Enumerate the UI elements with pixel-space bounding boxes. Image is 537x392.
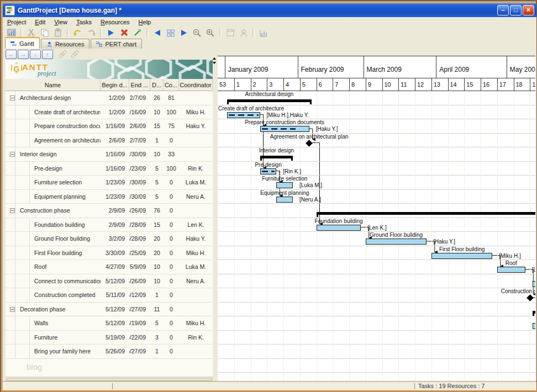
title-bar: GanttProject [Demo house.gan] * – □ ×	[3, 3, 536, 17]
table-row[interactable]: Create draft of architecture1/2/091/16/0…	[6, 105, 213, 120]
gantt-bar[interactable]	[497, 267, 525, 273]
table-row[interactable]: Construction phase2/9/095/26/09760	[6, 204, 213, 218]
menu-tasks[interactable]: Tasks	[72, 18, 96, 26]
calendar-button[interactable]	[224, 27, 237, 38]
table-row[interactable]: Furniture5/19/095/22/0930Rin K.	[6, 331, 213, 345]
summary-end-tooth	[227, 99, 229, 104]
undo-icon	[72, 28, 83, 38]
table-row[interactable]: Walls5/12/095/19/0950Miku H.	[6, 316, 213, 331]
gantt-bar[interactable]	[227, 112, 260, 118]
gantt-bar[interactable]	[366, 239, 427, 245]
table-row[interactable]: Foundation building2/9/092/28/09150Len K…	[6, 218, 213, 232]
redo-button[interactable]	[85, 27, 98, 38]
gantt-bar[interactable]	[317, 225, 361, 231]
table-row[interactable]: Prepare construction documents1/16/092/6…	[6, 119, 213, 134]
resource-label: [Luka M.]	[532, 267, 535, 273]
progress-cell: 0	[164, 303, 179, 316]
progress-cell: 0	[164, 260, 179, 274]
column-header-1[interactable]: Begin d...	[101, 79, 129, 91]
end-date-cell: 1/30/09	[129, 176, 150, 189]
table-row[interactable]: Roof4/27/095/9/09100Luka M.	[6, 260, 213, 274]
column-header-4[interactable]: Co...	[164, 79, 179, 91]
coordinator-cell	[179, 134, 213, 147]
column-header-5[interactable]: Coordinator	[179, 79, 213, 91]
logo-subtitle: project	[38, 70, 56, 78]
minimize-button[interactable]: –	[497, 5, 509, 15]
table-row[interactable]: Equipment planning1/23/091/30/0950Neru A…	[6, 190, 213, 204]
table-row[interactable]: Agreement on architectural plan2/6/092/7…	[6, 134, 213, 148]
zoom-out-button[interactable]	[191, 27, 204, 38]
duration-cell: 76	[150, 204, 164, 218]
status-resources-count: Resources : 7	[448, 383, 485, 389]
table-row[interactable]: Furniture selection1/23/091/30/0950Luka …	[6, 176, 213, 190]
column-header-0[interactable]: Name	[6, 79, 101, 91]
gantt-bar[interactable]	[431, 253, 493, 259]
move-down-button[interactable]: ↓	[30, 50, 41, 59]
end-date-cell: 5/26/09	[129, 274, 150, 288]
close-button[interactable]: ×	[523, 5, 534, 15]
cut-icon	[26, 28, 37, 38]
chart-button[interactable]	[5, 27, 18, 38]
menu-project[interactable]: Project	[3, 18, 30, 26]
table-row[interactable]: Pre-design1/16/091/23/095100Rin K.	[6, 162, 213, 176]
gantt-bar[interactable]	[276, 197, 293, 203]
resource-label: [Rin K.]	[283, 168, 301, 174]
progress-cell: 0	[164, 176, 179, 189]
delete-task-button[interactable]	[118, 27, 131, 38]
summary-bar[interactable]	[533, 311, 536, 314]
grid-week-line	[431, 91, 432, 381]
menu-view[interactable]: View	[50, 18, 72, 26]
scrollbar-thumb[interactable]	[7, 378, 212, 381]
grid-button[interactable]	[164, 27, 177, 38]
tab-pert-chart[interactable]: PERT chart	[91, 39, 141, 49]
gantt-bar[interactable]	[260, 168, 277, 174]
gantt-bar[interactable]	[276, 182, 293, 188]
indent-arrow-button[interactable]	[104, 27, 118, 38]
tab-gantt[interactable]: Gantt	[5, 37, 40, 49]
scroll-right-icon	[178, 28, 189, 38]
menu-help[interactable]: Help	[134, 18, 156, 26]
summary-bar[interactable]	[317, 212, 536, 215]
table-row[interactable]: First Floor building3/30/094/25/09200Mik…	[6, 246, 213, 261]
assign-resource-button[interactable]	[237, 27, 250, 38]
gantt-bar[interactable]	[260, 126, 309, 132]
table-row[interactable]: Architectural design1/2/092/7/092681	[6, 91, 213, 105]
table-row[interactable]: Construction completed5/11/095/12/0910	[6, 288, 213, 303]
menu-resources[interactable]: Resources	[96, 18, 134, 26]
paste-button[interactable]	[51, 27, 65, 38]
table-row[interactable]: Connect to communications5/12/095/26/091…	[6, 274, 213, 289]
tab-resources[interactable]: Resources	[41, 39, 90, 49]
table-row[interactable]: Decoration phase5/12/095/27/09110	[6, 303, 213, 317]
report-button[interactable]	[257, 27, 270, 38]
cut-button[interactable]	[25, 27, 38, 38]
table-row[interactable]: Interior design1/16/091/30/091033	[6, 147, 213, 162]
progress-cell: 0	[164, 218, 179, 232]
gantt-bar[interactable]	[533, 323, 536, 329]
move-right-button[interactable]: →	[18, 50, 29, 59]
task-name-cell: Construction phase	[6, 204, 101, 218]
summary-bar[interactable]	[260, 156, 293, 158]
gantt-bar[interactable]	[533, 281, 536, 287]
horizontal-scrollbar[interactable]	[6, 377, 213, 381]
watermark-text: blog	[27, 362, 42, 372]
zoom-in-button[interactable]	[204, 27, 217, 38]
menu-bar: ProjectEditViewTasksResourcesHelp	[3, 17, 536, 27]
scroll-left-button[interactable]	[151, 27, 164, 38]
move-up-button[interactable]: ↑	[42, 50, 53, 59]
task-properties-button[interactable]	[131, 27, 144, 38]
begin-date-cell: 5/26/09	[101, 345, 129, 358]
column-header-2[interactable]: End ...	[129, 79, 150, 91]
task-name-cell: Bring your family here	[6, 345, 101, 358]
move-left-button[interactable]: ←	[6, 50, 17, 59]
end-date-cell: 5/9/09	[129, 260, 150, 274]
undo-button[interactable]	[71, 27, 85, 38]
copy-button[interactable]	[38, 27, 51, 38]
menu-edit[interactable]: Edit	[30, 18, 50, 26]
maximize-button[interactable]: □	[510, 5, 522, 15]
table-row[interactable]: Ground Floor building3/2/093/28/09200Hak…	[6, 232, 213, 246]
summary-bar[interactable]	[227, 99, 312, 102]
table-row[interactable]: Bring your family here5/26/095/27/0910	[6, 345, 213, 359]
column-header-3[interactable]: D...	[150, 79, 164, 91]
week-cell: 18	[514, 78, 530, 91]
scroll-right-button[interactable]	[177, 27, 191, 38]
